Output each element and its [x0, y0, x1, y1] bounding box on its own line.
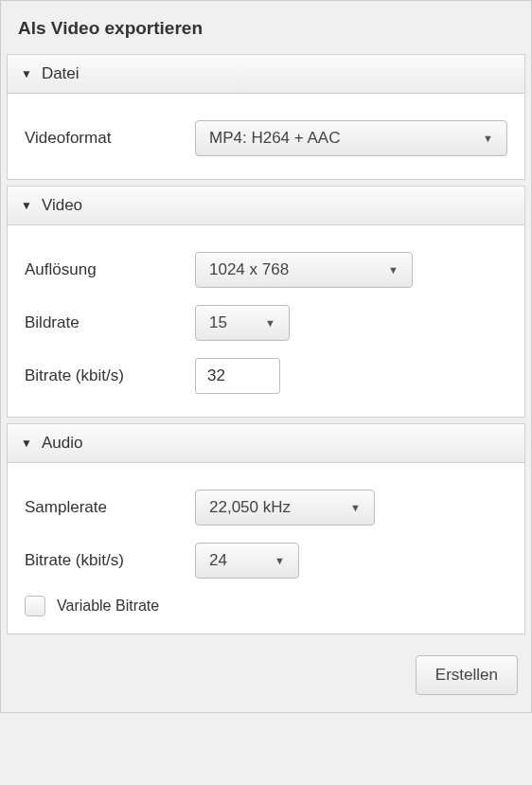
video-bitrate-label: Bitrate (kbit/s) — [25, 366, 195, 385]
chevron-down-icon: ▼ — [275, 555, 285, 566]
disclosure-triangle-icon: ▼ — [21, 199, 32, 212]
variable-bitrate-label: Variable Bitrate — [57, 598, 159, 615]
section-datei-title: Datei — [42, 64, 80, 83]
bildrate-label: Bildrate — [25, 313, 195, 332]
section-audio-body: Samplerate 22,050 kHz ▼ Bitrate (kbit/s)… — [8, 463, 524, 633]
audio-bitrate-select[interactable]: 24 ▼ — [195, 543, 299, 579]
disclosure-triangle-icon: ▼ — [21, 67, 32, 80]
section-audio-header[interactable]: ▼ Audio — [8, 424, 524, 463]
dialog-footer: Erstellen — [1, 640, 531, 712]
samplerate-label: Samplerate — [25, 498, 195, 517]
row-samplerate: Samplerate 22,050 kHz ▼ — [25, 490, 507, 526]
bildrate-value: 15 — [209, 313, 227, 332]
audio-bitrate-label: Bitrate (kbit/s) — [25, 551, 195, 570]
videoformat-label: Videoformat — [25, 129, 195, 148]
video-bitrate-input[interactable] — [195, 358, 280, 394]
chevron-down-icon: ▼ — [265, 317, 275, 329]
section-audio: ▼ Audio Samplerate 22,050 kHz ▼ Bitrate … — [7, 423, 525, 634]
row-audio-bitrate: Bitrate (kbit/s) 24 ▼ — [25, 543, 507, 579]
export-video-dialog: Als Video exportieren ▼ Datei Videoforma… — [0, 0, 532, 713]
aufloesung-select[interactable]: 1024 x 768 ▼ — [195, 252, 413, 288]
videoformat-select[interactable]: MP4: H264 + AAC ▼ — [195, 120, 507, 156]
row-bildrate: Bildrate 15 ▼ — [25, 305, 507, 341]
samplerate-value: 22,050 kHz — [209, 498, 291, 517]
samplerate-select[interactable]: 22,050 kHz ▼ — [195, 490, 375, 526]
section-datei: ▼ Datei Videoformat MP4: H264 + AAC ▼ — [7, 54, 525, 180]
disclosure-triangle-icon: ▼ — [21, 437, 32, 450]
row-aufloesung: Auflösung 1024 x 768 ▼ — [25, 252, 507, 288]
section-datei-body: Videoformat MP4: H264 + AAC ▼ — [8, 94, 524, 179]
aufloesung-label: Auflösung — [25, 260, 195, 279]
section-video-header[interactable]: ▼ Video — [8, 187, 524, 225]
create-button[interactable]: Erstellen — [416, 655, 518, 695]
section-audio-title: Audio — [42, 434, 82, 453]
section-video-title: Video — [42, 196, 82, 215]
section-video: ▼ Video Auflösung 1024 x 768 ▼ Bildrate … — [7, 186, 525, 418]
videoformat-value: MP4: H264 + AAC — [209, 129, 340, 148]
dialog-title: Als Video exportieren — [1, 1, 531, 54]
aufloesung-value: 1024 x 768 — [209, 260, 289, 279]
row-variable-bitrate: Variable Bitrate — [25, 596, 507, 616]
chevron-down-icon: ▼ — [483, 133, 493, 144]
section-datei-header[interactable]: ▼ Datei — [8, 55, 524, 94]
audio-bitrate-value: 24 — [209, 551, 227, 570]
variable-bitrate-checkbox[interactable] — [25, 596, 45, 616]
chevron-down-icon: ▼ — [350, 502, 361, 513]
row-videoformat: Videoformat MP4: H264 + AAC ▼ — [25, 120, 507, 156]
chevron-down-icon: ▼ — [388, 264, 399, 276]
bildrate-select[interactable]: 15 ▼ — [195, 305, 290, 341]
section-video-body: Auflösung 1024 x 768 ▼ Bildrate 15 ▼ Bit… — [8, 225, 524, 417]
row-video-bitrate: Bitrate (kbit/s) — [25, 358, 507, 394]
